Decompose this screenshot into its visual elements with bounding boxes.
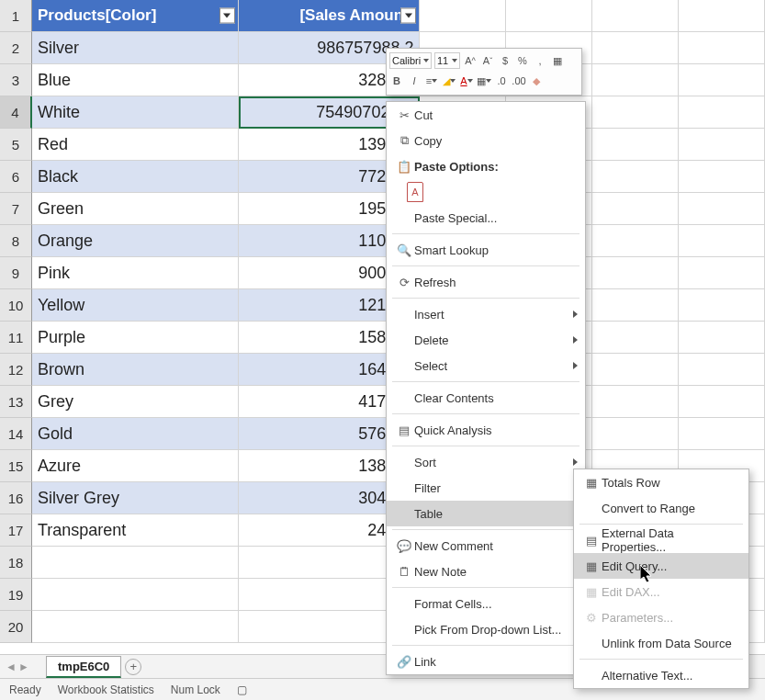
- percent-icon[interactable]: %: [515, 53, 530, 68]
- decrease-font-icon[interactable]: Aˇ: [480, 53, 495, 68]
- table-cell[interactable]: Transparent: [32, 514, 239, 547]
- align-icon[interactable]: ≡: [424, 73, 439, 88]
- row-header[interactable]: 9: [0, 257, 32, 289]
- submenu-edit-query[interactable]: ▦Edit Query...: [574, 553, 748, 579]
- format-painter-icon[interactable]: ▦: [550, 53, 565, 68]
- row-header[interactable]: 10: [0, 289, 32, 322]
- font-selector[interactable]: Calibri: [389, 52, 432, 69]
- empty-cell[interactable]: [592, 0, 679, 32]
- row-header[interactable]: 3: [0, 64, 32, 96]
- sheet-tab[interactable]: tmpE6C0: [46, 656, 121, 678]
- row-header[interactable]: 17: [0, 514, 32, 547]
- table-cell[interactable]: Purple: [32, 322, 239, 354]
- table-cell[interactable]: White: [32, 96, 239, 129]
- submenu-unlink[interactable]: Unlink from Data Source: [574, 630, 748, 656]
- table-cell[interactable]: Silver Grey: [32, 482, 239, 514]
- menu-sort[interactable]: Sort: [387, 449, 585, 475]
- menu-filter[interactable]: Filter: [387, 475, 585, 501]
- submenu-convert-to-range[interactable]: Convert to Range: [574, 495, 748, 521]
- row-header[interactable]: 11: [0, 322, 32, 354]
- menu-pick-from-list[interactable]: Pick From Drop-down List...: [387, 616, 585, 642]
- submenu-external-data[interactable]: ▤External Data Properties...: [574, 527, 748, 553]
- table-cell[interactable]: Blue: [32, 64, 239, 96]
- menu-link[interactable]: 🔗Link: [387, 649, 585, 674]
- empty-cell[interactable]: [506, 0, 592, 32]
- row-header[interactable]: 5: [0, 129, 32, 161]
- row-header[interactable]: 15: [0, 450, 32, 482]
- increment-decimal-icon[interactable]: .00: [512, 73, 526, 88]
- row-header[interactable]: 7: [0, 193, 32, 225]
- menu-refresh[interactable]: ⟳Refresh: [387, 269, 585, 295]
- row-header[interactable]: 2: [0, 32, 32, 64]
- borders-icon[interactable]: ▦: [477, 73, 491, 88]
- menu-select[interactable]: Select: [387, 353, 585, 378]
- font-size-selector[interactable]: 11: [434, 52, 460, 69]
- row-header[interactable]: 16: [0, 482, 32, 514]
- increase-font-icon[interactable]: A^: [463, 53, 478, 68]
- submenu-alt-text[interactable]: Alternative Text...: [574, 662, 748, 688]
- row-header[interactable]: 20: [0, 611, 32, 643]
- menu-clear-contents[interactable]: Clear Contents: [387, 385, 585, 411]
- empty-cell[interactable]: [32, 579, 239, 611]
- row-header-1[interactable]: 1: [0, 0, 32, 32]
- comma-icon[interactable]: ,: [533, 53, 547, 68]
- menu-quick-analysis[interactable]: ▤Quick Analysis: [387, 417, 585, 443]
- table-cell[interactable]: Grey: [32, 386, 239, 418]
- table-cell[interactable]: Gold: [32, 418, 239, 450]
- table-cell[interactable]: Black: [32, 161, 239, 193]
- currency-icon[interactable]: $: [498, 53, 512, 68]
- menu-insert[interactable]: Insert: [387, 301, 585, 327]
- empty-cell[interactable]: [679, 0, 765, 32]
- row-header[interactable]: 14: [0, 418, 32, 450]
- row-header[interactable]: 12: [0, 354, 32, 386]
- menu-table[interactable]: Table: [387, 501, 585, 526]
- menu-smart-lookup[interactable]: 🔍Smart Lookup: [387, 237, 585, 263]
- menu-copy[interactable]: ⧉Copy: [387, 128, 585, 153]
- row-header[interactable]: 19: [0, 579, 32, 611]
- filter-dropdown-icon[interactable]: [219, 8, 235, 24]
- table-cell[interactable]: Yellow: [32, 289, 239, 322]
- status-workbook-stats[interactable]: Workbook Statistics: [58, 683, 154, 696]
- submenu-totals-row[interactable]: ▦Totals Row: [574, 469, 748, 495]
- table-cell[interactable]: Red: [32, 129, 239, 161]
- empty-cell[interactable]: [32, 611, 239, 643]
- sheet-nav-arrows[interactable]: ◄►: [6, 660, 29, 673]
- decrement-decimal-icon[interactable]: .0: [494, 73, 509, 88]
- menu-format-cells[interactable]: Format Cells...: [387, 591, 585, 616]
- menu-delete[interactable]: Delete: [387, 327, 585, 353]
- row-header[interactable]: 6: [0, 161, 32, 193]
- paste-option-values-icon[interactable]: A: [407, 182, 423, 202]
- filter-dropdown-icon[interactable]: [400, 8, 416, 24]
- italic-icon[interactable]: I: [407, 73, 422, 88]
- column-header-label: [Sales Amount]: [299, 6, 413, 25]
- table-cell[interactable]: Azure: [32, 450, 239, 482]
- row-header[interactable]: 4: [0, 96, 32, 129]
- empty-cell[interactable]: [420, 0, 506, 32]
- scissors-icon: ✂: [394, 108, 414, 122]
- row-header[interactable]: 18: [0, 547, 32, 579]
- font-color-icon[interactable]: A: [459, 73, 474, 88]
- menu-new-comment[interactable]: 💬New Comment: [387, 533, 585, 559]
- menu-paste-special[interactable]: Paste Special...: [387, 205, 585, 231]
- row-header[interactable]: 13: [0, 386, 32, 418]
- bold-icon[interactable]: B: [389, 73, 404, 88]
- table-cell[interactable]: Green: [32, 193, 239, 225]
- row-header[interactable]: 8: [0, 225, 32, 257]
- column-header-color[interactable]: Products[Color]: [32, 0, 239, 32]
- column-header-sales[interactable]: [Sales Amount]: [239, 0, 421, 32]
- table-cell[interactable]: Orange: [32, 225, 239, 257]
- add-sheet-button[interactable]: +: [125, 659, 141, 675]
- chevron-right-icon: [573, 362, 578, 369]
- record-macro-icon[interactable]: ▢: [237, 683, 247, 696]
- context-menu: ✂Cut ⧉Copy 📋Paste Options: A Paste Speci…: [386, 101, 586, 675]
- empty-cell[interactable]: [32, 547, 239, 579]
- menu-paste-options[interactable]: 📋Paste Options:: [387, 153, 585, 179]
- submenu-edit-dax: ▦Edit DAX...: [574, 579, 748, 604]
- menu-new-note[interactable]: 🗒New Note: [387, 559, 585, 584]
- table-cell[interactable]: Silver: [32, 32, 239, 64]
- table-cell[interactable]: Pink: [32, 257, 239, 289]
- table-cell[interactable]: Brown: [32, 354, 239, 386]
- clear-format-icon[interactable]: ◆: [529, 73, 544, 88]
- fill-color-icon[interactable]: ◢: [442, 73, 456, 88]
- menu-cut[interactable]: ✂Cut: [387, 102, 585, 128]
